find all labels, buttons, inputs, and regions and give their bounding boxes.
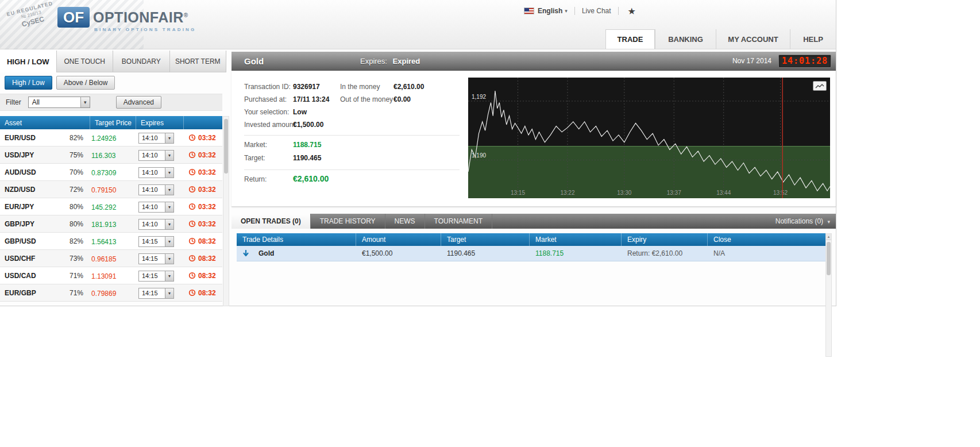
asset-countdown-cell: 03:32 (184, 186, 222, 194)
asset-row[interactable]: GBP/JPY 80% 181.913 14:10 ▾ 03:32 (0, 215, 222, 233)
advanced-button[interactable]: Advanced (116, 96, 161, 109)
asset-row[interactable]: USD/CAD 71% 1.13091 14:15 ▾ 08:32 (0, 267, 222, 284)
tab-trade-history[interactable]: TRADE HISTORY (311, 214, 385, 229)
favorites-star-icon[interactable]: ★ (628, 6, 636, 17)
asset-row[interactable]: EUR/JPY 80% 145.292 14:10 ▾ 03:32 (0, 198, 222, 215)
tab-boundary[interactable]: BOUNDARY (113, 51, 170, 72)
nav-tab-trade[interactable]: TRADE (605, 29, 655, 49)
expires-value: Expired (393, 57, 420, 65)
asset-target-price: 0.79150 (90, 186, 116, 194)
trade-info-panel: Transaction ID: 9326917 Purchased at: 17… (232, 71, 836, 207)
asset-countdown-cell: 08:32 (184, 289, 222, 297)
nav-tab-banking[interactable]: BANKING (655, 29, 716, 49)
filter-select[interactable]: All ▾ (28, 97, 90, 108)
scrollbar-thumb[interactable] (224, 119, 228, 174)
subtab-high-low[interactable]: High / Low (5, 76, 52, 90)
expiry-select[interactable]: 14:15 ▾ (138, 253, 174, 264)
bottom-tabs-bar: OPEN TRADES (0) TRADE HISTORY NEWS TOURN… (232, 214, 836, 229)
asset-countdown-cell: 03:32 (184, 151, 222, 159)
scrollbar-thumb[interactable] (827, 242, 831, 275)
notifications-dropdown[interactable]: Notifications (0) ▾ (775, 214, 830, 229)
asset-cell: AUD/USD 70% (0, 168, 90, 176)
target-value: 1190.465 (293, 154, 321, 162)
column-target-price: Target Price (90, 116, 136, 129)
asset-target-price: 181.913 (90, 221, 116, 229)
chevron-down-icon[interactable]: ▾ (165, 237, 173, 246)
chevron-down-icon[interactable]: ▾ (165, 168, 173, 178)
asset-name: EUR/JPY (5, 203, 34, 211)
expiry-select[interactable]: 14:15 ▾ (138, 236, 174, 247)
chevron-down-icon[interactable]: ▾ (165, 133, 173, 143)
expiry-select[interactable]: 14:10 ▾ (138, 202, 174, 213)
nav-tab-help[interactable]: HELP (790, 29, 836, 49)
return-value: €2,610.00 (293, 174, 329, 183)
expiry-select[interactable]: 14:15 ▾ (138, 288, 174, 299)
chevron-down-icon[interactable]: ▾ (165, 271, 173, 281)
countdown-label: 03:32 (198, 186, 216, 194)
asset-cell: GBP/USD 82% (0, 237, 90, 245)
chevron-down-icon[interactable]: ▾ (165, 254, 173, 264)
asset-row[interactable]: GBP/USD 82% 1.56413 14:15 ▾ 08:32 (0, 233, 222, 250)
asset-cell: EUR/GBP 71% (0, 289, 90, 297)
chevron-down-icon[interactable]: ▾ (565, 8, 568, 14)
asset-row[interactable]: USD/JPY 75% 116.303 14:10 ▾ 03:32 (0, 147, 222, 164)
asset-cell: USD/JPY 75% (0, 151, 90, 159)
target-label: Target: (244, 154, 265, 162)
expiry-select[interactable]: 14:10 ▾ (138, 184, 174, 195)
svg-text:13:44: 13:44 (716, 190, 731, 196)
expiry-select[interactable]: 14:15 ▾ (138, 271, 174, 282)
asset-price-cell: 0.96185 (90, 253, 136, 264)
asset-row[interactable]: EUR/GBP 71% 0.79869 14:15 ▾ 08:32 (0, 284, 222, 302)
asset-cell: USD/CHF 73% (0, 255, 90, 263)
asset-expires-cell: 14:10 ▾ (136, 149, 184, 161)
chevron-down-icon[interactable]: ▾ (165, 219, 173, 229)
expiry-select[interactable]: 14:10 ▾ (138, 133, 174, 144)
trade-expiry-status: Expires: Expired (360, 52, 420, 71)
asset-row[interactable]: AUD/USD 70% 0.87309 14:10 ▾ 03:32 (0, 164, 222, 181)
chart-mode-icon[interactable] (813, 81, 827, 91)
asset-name: USD/CHF (5, 255, 35, 263)
chevron-down-icon[interactable]: ▾ (165, 202, 173, 212)
asset-table-scrollbar[interactable] (223, 116, 229, 306)
subtab-above-below[interactable]: Above / Below (56, 76, 115, 90)
expiry-select-value: 14:15 (139, 288, 165, 298)
asset-countdown-cell: 03:32 (184, 220, 222, 228)
countdown-clock-icon (188, 186, 196, 193)
chevron-down-icon[interactable]: ▾ (165, 185, 173, 195)
tab-high-low[interactable]: HIGH / LOW (0, 51, 57, 72)
trade-detail-panel: Gold Expires: Expired Nov 17 2014 14:01:… (232, 52, 836, 306)
scrollbar-up-arrow[interactable]: ▲ (826, 234, 831, 240)
expiry-select-value: 14:10 (139, 185, 165, 195)
invested-amount-value: €1,500.00 (293, 121, 323, 129)
tab-news[interactable]: NEWS (385, 214, 425, 229)
asset-row[interactable]: USD/CHF 73% 0.96185 14:15 ▾ 08:32 (0, 250, 222, 267)
asset-countdown-cell: 03:32 (184, 134, 222, 142)
expiry-select[interactable]: 14:10 ▾ (138, 167, 174, 178)
chevron-down-icon[interactable]: ▾ (165, 288, 173, 298)
asset-expires-cell: 14:10 ▾ (136, 218, 184, 230)
expiry-select[interactable]: 14:10 ▾ (138, 219, 174, 230)
chevron-down-icon: ▾ (827, 219, 830, 225)
asset-price-cell: 181.913 (90, 219, 136, 229)
trade-direction-down-icon (242, 250, 249, 257)
asset-expires-cell: 14:10 ▾ (136, 167, 184, 178)
language-selector[interactable]: English (538, 7, 562, 15)
asset-expires-cell: 14:15 ▾ (136, 287, 184, 299)
asset-table-header: Asset Target Price Expires (0, 116, 222, 129)
asset-row[interactable]: EUR/USD 82% 1.24926 14:10 ▾ 03:32 (0, 129, 222, 147)
tab-open-trades[interactable]: OPEN TRADES (0) (232, 214, 311, 229)
purchased-at-value: 17/11 13:24 (293, 95, 329, 103)
tab-one-touch[interactable]: ONE TOUCH (57, 51, 114, 72)
invested-amount-label: Invested amount: (244, 121, 297, 129)
live-chat-link[interactable]: Live Chat (582, 7, 611, 15)
chevron-down-icon[interactable]: ▾ (165, 151, 173, 160)
tab-tournament[interactable]: TOURNAMENT (425, 214, 492, 229)
chevron-down-icon[interactable]: ▾ (80, 97, 90, 107)
open-trade-row[interactable]: Gold €1,500.00 1190.465 1188.715 Return:… (237, 246, 827, 261)
open-trades-scrollbar[interactable]: ▲ (825, 233, 832, 357)
open-trades-table-header: Trade Details Amount Target Market Expir… (237, 233, 827, 246)
asset-row[interactable]: NZD/USD 72% 0.79150 14:10 ▾ 03:32 (0, 181, 222, 198)
nav-tab-my-account[interactable]: MY ACCOUNT (716, 29, 790, 49)
tab-short-term[interactable]: SHORT TERM (170, 51, 227, 72)
expiry-select[interactable]: 14:10 ▾ (138, 150, 174, 161)
